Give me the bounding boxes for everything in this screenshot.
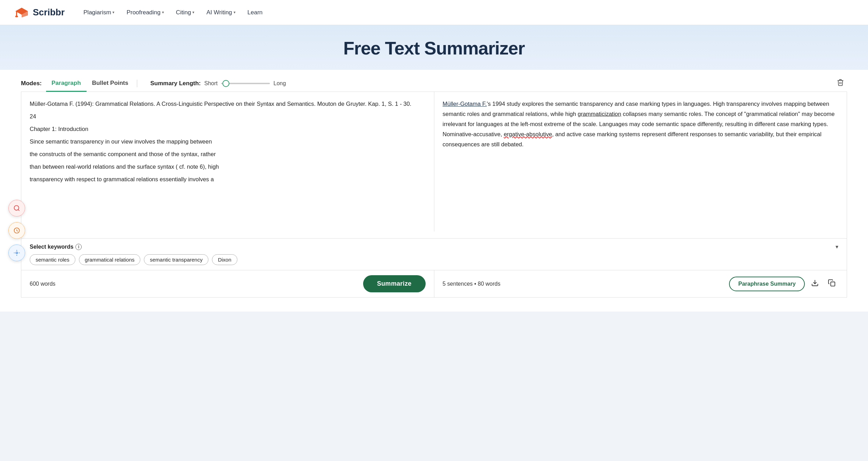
nav-item-learn[interactable]: Learn	[243, 6, 267, 19]
side-tools	[8, 200, 25, 261]
keywords-bar: Select keywords i ▾ semantic roles gramm…	[21, 239, 847, 270]
keywords-section: Select keywords i ▾ semantic roles gramm…	[21, 239, 847, 270]
svg-rect-6	[831, 282, 835, 286]
side-tool-proofreading-button[interactable]	[8, 222, 25, 239]
keyword-tag-dixon[interactable]: Dixon	[212, 254, 237, 265]
length-slider-track	[221, 83, 270, 84]
side-tool-plagiarism-button[interactable]	[8, 200, 25, 217]
input-text-paragraph-2: 24	[30, 111, 426, 121]
summary-length-label: Summary Length:	[150, 80, 201, 87]
keywords-title: Select keywords i	[30, 244, 82, 250]
word-count-label: 600 words	[30, 281, 56, 287]
length-short-label: Short	[204, 80, 218, 87]
modes-label: Modes:	[21, 80, 42, 87]
plagiarism-icon	[13, 205, 20, 212]
side-tool-ai-button[interactable]	[8, 244, 25, 261]
output-summary-pane: Müller-Gotama F.'s 1994 study explores t…	[434, 92, 847, 232]
input-text-paragraph-5: the constructs of the semantic component…	[30, 149, 426, 159]
input-text-pane[interactable]: Müller-Gotama F. (1994): Grammatical Rel…	[21, 92, 434, 232]
logo-text: Scribbr	[33, 7, 65, 18]
svg-point-10	[16, 252, 18, 254]
author-link[interactable]: Müller-Gotama F.	[443, 101, 487, 107]
download-icon	[811, 279, 819, 287]
input-text-paragraph-4: Since semantic transparency in our view …	[30, 137, 426, 146]
ai-icon	[13, 249, 20, 256]
nav-links: Plagiarism ▾ Proofreading ▾ Citing ▾ AI …	[79, 6, 267, 19]
mode-paragraph-button[interactable]: Paragraph	[46, 75, 87, 92]
keywords-collapse-icon[interactable]: ▾	[836, 243, 838, 250]
right-bottom-bar: 5 sentences • 80 words Paraphrase Summar…	[434, 270, 847, 298]
summary-text: Müller-Gotama F.'s 1994 study explores t…	[443, 99, 839, 149]
keyword-tags-container: semantic roles grammatical relations sem…	[30, 254, 838, 265]
copy-button[interactable]	[825, 278, 838, 290]
chevron-down-icon: ▾	[234, 10, 236, 15]
keyword-tag-semantic-transparency[interactable]: semantic transparency	[144, 254, 208, 265]
page-title: Free Text Summarizer	[7, 38, 861, 59]
chevron-down-icon: ▾	[192, 10, 194, 15]
length-long-label: Long	[273, 80, 286, 87]
input-text-paragraph-7: transparency with respect to grammatical…	[30, 174, 426, 184]
copy-icon	[828, 279, 836, 287]
chevron-down-icon: ▾	[112, 10, 115, 15]
svg-point-7	[14, 206, 19, 210]
nav-item-citing[interactable]: Citing ▾	[171, 6, 199, 19]
nav-item-ai-writing[interactable]: AI Writing ▾	[201, 6, 240, 19]
editor-area: Müller-Gotama F. (1994): Grammatical Rel…	[21, 92, 847, 239]
keywords-info-icon[interactable]: i	[75, 244, 82, 250]
sentence-word-count-label: 5 sentences • 80 words	[443, 281, 501, 287]
left-bottom-bar: 600 words Summarize	[21, 270, 434, 298]
keyword-tag-grammatical-relations[interactable]: grammatical relations	[79, 254, 141, 265]
keywords-header: Select keywords i ▾	[30, 243, 838, 250]
ergative-term: ergative-absolutive	[504, 131, 552, 137]
clear-button[interactable]	[834, 76, 847, 91]
main-container: Modes: Paragraph Bullet Points Summary L…	[0, 70, 868, 312]
proofreading-icon	[13, 227, 20, 234]
hero-section: Free Text Summarizer	[0, 25, 868, 70]
svg-point-4	[15, 15, 18, 17]
chevron-down-icon: ▾	[162, 10, 164, 15]
logo[interactable]: Scribbr	[14, 5, 65, 20]
summary-length-area: Summary Length: Short Long	[150, 80, 286, 87]
svg-rect-3	[16, 11, 17, 16]
toolbar-divider	[137, 80, 137, 87]
mode-bullet-button[interactable]: Bullet Points	[87, 75, 134, 92]
svg-line-8	[18, 210, 20, 211]
logo-icon	[14, 5, 29, 20]
keyword-tag-semantic-roles[interactable]: semantic roles	[30, 254, 75, 265]
trash-icon	[837, 79, 844, 86]
bottom-bars: 600 words Summarize 5 sentences • 80 wor…	[21, 270, 847, 298]
input-text-paragraph-6: than between real-world relations and th…	[30, 162, 426, 171]
paraphrase-summary-button[interactable]: Paraphrase Summary	[729, 277, 805, 291]
length-slider-thumb[interactable]	[222, 80, 229, 87]
toolbar: Modes: Paragraph Bullet Points Summary L…	[21, 70, 847, 92]
nav-item-plagiarism[interactable]: Plagiarism ▾	[79, 6, 119, 19]
download-button[interactable]	[808, 278, 822, 290]
right-actions: Paraphrase Summary	[729, 277, 838, 291]
input-text-paragraph-3: Chapter 1: Introduction	[30, 124, 426, 134]
grammaticization-term: grammaticization	[578, 111, 621, 117]
nav-item-proofreading[interactable]: Proofreading ▾	[122, 6, 169, 19]
input-text-paragraph-1: Müller-Gotama F. (1994): Grammatical Rel…	[30, 99, 426, 109]
summarize-button[interactable]: Summarize	[363, 275, 426, 292]
navbar: Scribbr Plagiarism ▾ Proofreading ▾ Citi…	[0, 0, 868, 25]
